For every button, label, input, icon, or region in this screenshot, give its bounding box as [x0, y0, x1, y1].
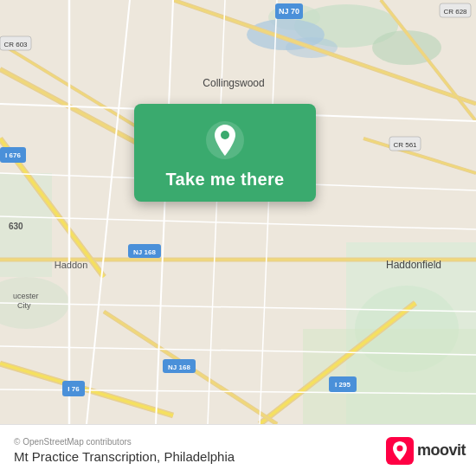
location-card[interactable]: Take me there [134, 104, 316, 202]
svg-text:CR 628: CR 628 [443, 8, 467, 16]
take-me-there-button[interactable]: Take me there [166, 170, 285, 190]
svg-text:630: 630 [9, 222, 23, 231]
svg-point-70 [396, 445, 402, 451]
svg-point-68 [221, 131, 229, 139]
svg-text:NJ 70: NJ 70 [279, 7, 299, 16]
svg-text:NJ 168: NJ 168 [133, 248, 156, 256]
location-pin-icon [204, 119, 246, 161]
moovit-icon [386, 437, 414, 465]
footer-info: © OpenStreetMap contributors Mt Practice… [14, 437, 235, 464]
footer-bar: © OpenStreetMap contributors Mt Practice… [0, 424, 476, 476]
moovit-brand-text: moovit [417, 441, 466, 460]
svg-text:I 676: I 676 [5, 151, 21, 159]
svg-text:I 76: I 76 [68, 385, 80, 393]
location-name: Mt Practice Transcription, Philadelphia [14, 449, 235, 464]
svg-text:ucester: ucester [13, 292, 39, 300]
svg-rect-11 [303, 329, 476, 424]
map-view: NJ 70 CR 603 CR 628 I 676 630 NJ 168 NJ … [0, 0, 476, 424]
svg-text:Haddonfield: Haddonfield [386, 259, 441, 271]
svg-text:NJ 168: NJ 168 [168, 363, 190, 371]
svg-text:Collingswood: Collingswood [203, 77, 264, 89]
osm-attribution: © OpenStreetMap contributors [14, 437, 235, 447]
svg-text:City: City [17, 301, 31, 310]
svg-text:I 295: I 295 [335, 381, 351, 389]
svg-text:CR 561: CR 561 [393, 141, 417, 149]
svg-text:CR 603: CR 603 [3, 41, 28, 48]
svg-text:Haddon: Haddon [55, 260, 88, 270]
moovit-logo: moovit [386, 437, 466, 465]
